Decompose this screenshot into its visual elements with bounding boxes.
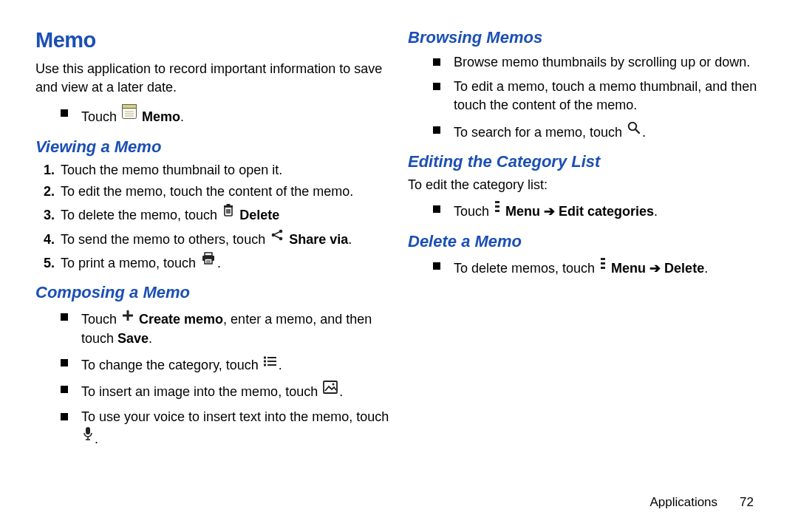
viewing-list: 1.Touch the memo thumbnail to open it. 2… <box>61 161 390 273</box>
memo-app-icon <box>122 104 137 124</box>
viewing-step-1: 1.Touch the memo thumbnail to open it. <box>61 161 390 180</box>
svg-point-12 <box>272 233 276 236</box>
print-icon <box>201 252 216 270</box>
viewing-step-4: 4.To send the memo to others, touch Shar… <box>61 228 390 249</box>
trash-icon <box>222 204 234 222</box>
svg-rect-26 <box>264 356 266 358</box>
viewing-step-2: 2.To edit the memo, touch the content of… <box>61 183 390 201</box>
composing-list: Touch Create memo, enter a memo, and the… <box>61 308 390 449</box>
menu-icon <box>600 257 606 276</box>
delete-heading: Delete a Memo <box>408 232 763 251</box>
delete-item: To delete memos, touch Menu ➔ Delete. <box>433 257 763 278</box>
composing-item-4: To use your voice to insert text into th… <box>61 408 390 449</box>
image-icon <box>323 381 338 399</box>
viewing-heading: Viewing a Memo <box>35 137 390 157</box>
svg-rect-38 <box>495 210 499 212</box>
browsing-list: Browse memo thumbnails by scrolling up o… <box>433 53 763 142</box>
right-column: Browsing Memos Browse memo thumbnails by… <box>408 28 763 532</box>
composing-item-1: Touch Create memo, enter a memo, and the… <box>61 308 390 348</box>
svg-rect-10 <box>227 204 231 205</box>
touch-memo-item: Touch Memo. <box>61 104 390 126</box>
composing-heading: Composing a Memo <box>35 283 390 302</box>
list-icon <box>264 354 277 372</box>
svg-point-13 <box>279 236 283 240</box>
footer-label: Applications <box>649 495 717 509</box>
page-footer: Applications72 <box>649 495 754 510</box>
svg-line-35 <box>635 129 639 133</box>
svg-rect-37 <box>495 205 499 208</box>
composing-item-3: To insert an image into the memo, touch … <box>61 381 390 401</box>
viewing-step-5: 5.To print a memo, touch . <box>61 252 390 273</box>
svg-rect-16 <box>205 253 212 256</box>
svg-point-11 <box>279 229 283 233</box>
svg-line-14 <box>275 232 279 234</box>
svg-rect-27 <box>264 360 266 362</box>
editing-item: Touch Menu ➔ Edit categories. <box>433 200 763 221</box>
plus-icon <box>122 308 134 327</box>
editing-list: Touch Menu ➔ Edit categories. <box>433 200 763 221</box>
page-title: Memo <box>35 28 390 52</box>
mic-icon <box>83 426 93 446</box>
browsing-item-1: Browse memo thumbnails by scrolling up o… <box>433 53 763 72</box>
manual-page: Memo Use this application to record impo… <box>0 0 798 532</box>
svg-rect-9 <box>224 205 233 208</box>
intro-paragraph: Use this application to record important… <box>35 60 390 97</box>
share-icon <box>270 228 284 247</box>
editing-lead: To edit the category list: <box>408 176 763 194</box>
left-column: Memo Use this application to record impo… <box>35 28 390 532</box>
menu-icon <box>494 200 500 219</box>
svg-rect-39 <box>601 258 605 260</box>
svg-rect-41 <box>601 267 605 269</box>
svg-rect-31 <box>86 427 90 434</box>
memo-label: Memo <box>142 110 180 125</box>
browsing-item-3: To search for a memo, touch . <box>433 121 763 142</box>
editing-heading: Editing the Category List <box>408 152 763 171</box>
browsing-heading: Browsing Memos <box>408 28 763 47</box>
delete-list: To delete memos, touch Menu ➔ Delete. <box>433 257 763 278</box>
search-icon <box>627 121 641 140</box>
viewing-step-3: 3.To delete the memo, touch Delete <box>61 204 390 225</box>
svg-line-15 <box>275 236 279 238</box>
svg-rect-1 <box>123 105 137 109</box>
composing-item-2: To change the category, touch . <box>61 354 390 375</box>
touch-suffix: . <box>180 110 184 125</box>
svg-rect-28 <box>264 364 266 366</box>
footer-page-number: 72 <box>740 495 754 509</box>
svg-rect-40 <box>601 262 605 265</box>
svg-point-30 <box>332 383 335 386</box>
browsing-item-2: To edit a memo, touch a memo thumbnail, … <box>433 78 763 115</box>
touch-memo-list: Touch Memo. <box>61 104 390 126</box>
touch-prefix: Touch <box>81 110 120 125</box>
svg-rect-36 <box>495 201 499 203</box>
